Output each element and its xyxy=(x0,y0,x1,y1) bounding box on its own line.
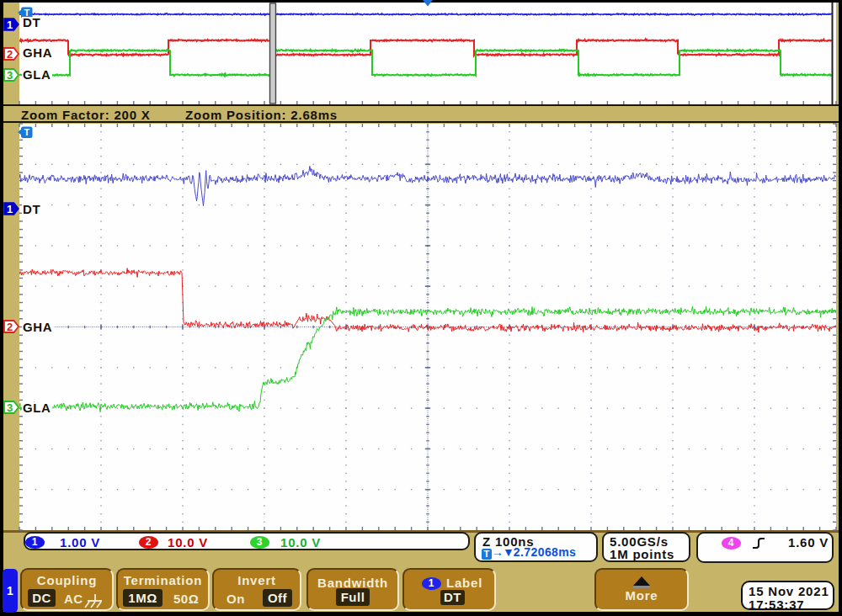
svg-text:3: 3 xyxy=(7,401,13,414)
svg-text:2: 2 xyxy=(7,321,13,333)
svg-text:1: 1 xyxy=(7,19,13,31)
svg-text:2: 2 xyxy=(7,48,13,61)
svg-text:3: 3 xyxy=(7,69,13,82)
svg-text:T: T xyxy=(24,127,29,137)
svg-text:1: 1 xyxy=(7,203,13,215)
